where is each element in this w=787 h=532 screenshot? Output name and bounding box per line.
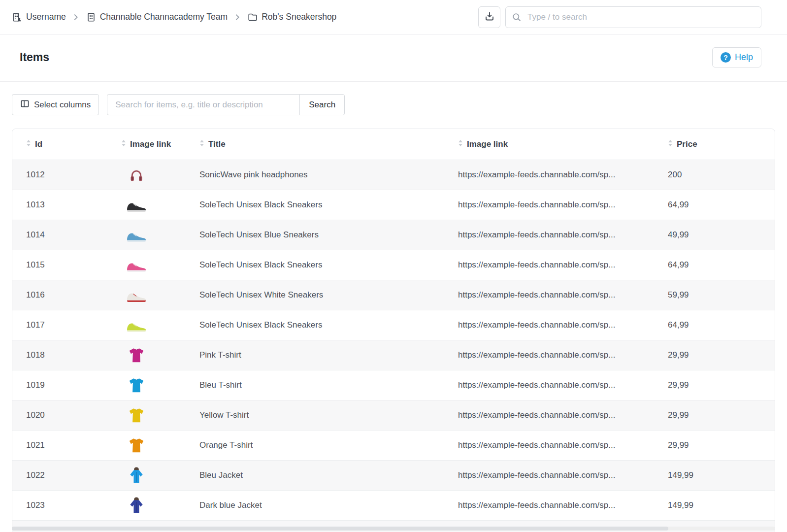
chevron-right-icon <box>71 13 80 22</box>
column-header-price[interactable]: Price <box>668 129 775 160</box>
table-row[interactable]: 1017 SoleTech Unisex Black Sneakers http… <box>12 310 775 340</box>
table-row[interactable]: 1012 SonicWave pink headphones https://e… <box>12 160 775 190</box>
cell-title: Pink T-shirt <box>199 350 241 360</box>
cell-id: 1022 <box>26 470 45 480</box>
sort-icon <box>199 139 204 149</box>
table-row[interactable]: 1018 Pink T-shirt https://example-feeds.… <box>12 340 775 370</box>
column-header-title[interactable]: Title <box>199 129 458 160</box>
table-row[interactable]: 1013 SoleTech Unisex Black Sneakers http… <box>12 190 775 220</box>
help-icon: ? <box>721 52 731 63</box>
cell-image-link: https://example-feeds.channable.com/sp..… <box>458 260 615 269</box>
help-label: Help <box>735 52 753 63</box>
cell-price: 149,99 <box>668 500 693 510</box>
product-image <box>125 374 148 397</box>
table-row[interactable]: 1021 Orange T-shirt https://example-feed… <box>12 430 775 460</box>
column-label: Image link <box>130 139 171 149</box>
product-image <box>125 464 148 487</box>
cell-price: 59,99 <box>668 290 689 299</box>
cell-image-link: https://example-feeds.channable.com/sp..… <box>458 230 615 239</box>
column-header-id[interactable]: Id <box>12 129 121 160</box>
product-image <box>125 494 148 517</box>
items-search-button[interactable]: Search <box>299 94 345 115</box>
page-title: Items <box>20 51 49 64</box>
cell-id: 1019 <box>26 380 45 390</box>
cell-title: Bleu T-shirt <box>199 380 242 390</box>
cell-title: SoleTech Unisex White Sneakers <box>199 290 323 299</box>
product-image <box>125 284 148 306</box>
column-header-image[interactable]: Image link <box>121 129 199 160</box>
cell-title: Orange T-shirt <box>199 440 253 450</box>
page-header: Items ? Help <box>0 34 787 82</box>
breadcrumb-item-username[interactable]: Username <box>12 12 66 23</box>
cell-price: 29,99 <box>668 380 689 390</box>
table-row[interactable]: 1020 Yellow T-shirt https://example-feed… <box>12 400 775 430</box>
cell-price: 64,99 <box>668 320 689 330</box>
cell-price: 200 <box>668 170 682 179</box>
product-image <box>125 344 148 366</box>
cell-title: SonicWave pink headphones <box>199 170 308 179</box>
cell-id: 1013 <box>26 200 45 209</box>
sort-icon <box>121 139 126 149</box>
search-icon <box>512 12 522 22</box>
table-row[interactable]: 1023 Dark blue Jacket https://example-fe… <box>12 490 775 520</box>
cell-title: Yellow T-shirt <box>199 410 249 420</box>
items-search: Search <box>107 94 345 115</box>
breadcrumb-item-project[interactable]: Rob's Sneakershop <box>247 12 336 23</box>
cell-title: SoleTech Unisex Black Sneakers <box>199 260 322 269</box>
column-label: Image link <box>467 139 508 149</box>
top-bar: Username Channable Channacademy Team <box>0 0 787 34</box>
select-columns-button[interactable]: Select columns <box>12 94 99 115</box>
cell-id: 1021 <box>26 440 45 450</box>
product-image <box>125 194 148 216</box>
sort-icon <box>668 139 673 149</box>
breadcrumb: Username Channable Channacademy Team <box>12 12 336 23</box>
help-button[interactable]: ? Help <box>712 47 761 67</box>
global-search-input[interactable] <box>505 6 761 28</box>
cell-id: 1016 <box>26 290 45 299</box>
download-button[interactable] <box>478 6 500 28</box>
product-image <box>125 224 148 246</box>
cell-image-link: https://example-feeds.channable.com/sp..… <box>458 410 615 420</box>
breadcrumb-item-team[interactable]: Channable Channacademy Team <box>86 12 228 23</box>
table-row[interactable]: 1016 SoleTech Unisex White Sneakers http… <box>12 280 775 310</box>
cell-image-link: https://example-feeds.channable.com/sp..… <box>458 200 615 209</box>
scrollbar-thumb[interactable] <box>12 527 668 531</box>
cell-price: 29,99 <box>668 350 689 360</box>
columns-icon <box>20 99 30 111</box>
items-toolbar: Select columns Search <box>12 94 775 115</box>
product-image <box>125 404 148 427</box>
sort-icon <box>26 139 31 149</box>
breadcrumb-label: Username <box>26 12 66 22</box>
folder-icon <box>247 12 258 23</box>
table-row[interactable]: 1022 Bleu Jacket https://example-feeds.c… <box>12 460 775 490</box>
cell-image-link: https://example-feeds.channable.com/sp..… <box>458 350 615 360</box>
horizontal-scrollbar[interactable] <box>12 527 775 531</box>
cell-price: 29,99 <box>668 440 689 450</box>
table-row[interactable]: 1019 Bleu T-shirt https://example-feeds.… <box>12 370 775 400</box>
items-table: Id Image link Title <box>12 129 775 532</box>
cell-price: 149,99 <box>668 470 693 480</box>
table-row[interactable]: 1014 SoleTech Unisex Blue Sneakers https… <box>12 220 775 250</box>
cell-id: 1015 <box>26 260 45 269</box>
column-label: Title <box>208 139 226 149</box>
cell-title: SoleTech Unisex Black Sneakers <box>199 200 322 209</box>
cell-title: Bleu Jacket <box>199 470 243 480</box>
product-image <box>125 434 148 457</box>
cell-image-link: https://example-feeds.channable.com/sp..… <box>458 170 615 179</box>
cell-id: 1020 <box>26 410 45 420</box>
cell-title: SoleTech Unisex Blue Sneakers <box>199 230 319 239</box>
chevron-right-icon <box>233 13 242 22</box>
table-row[interactable]: 1015 SoleTech Unisex Black Sneakers http… <box>12 250 775 280</box>
column-header-image-link[interactable]: Image link <box>458 129 668 160</box>
cell-image-link: https://example-feeds.channable.com/sp..… <box>458 500 615 510</box>
cell-id: 1023 <box>26 500 45 510</box>
product-image <box>125 254 148 276</box>
product-image <box>125 314 148 336</box>
download-icon <box>484 10 495 24</box>
cell-price: 64,99 <box>668 200 689 209</box>
cell-id: 1014 <box>26 230 45 239</box>
topbar-actions <box>478 6 761 28</box>
cell-image-link: https://example-feeds.channable.com/sp..… <box>458 470 615 480</box>
cell-image-link: https://example-feeds.channable.com/sp..… <box>458 320 615 330</box>
items-search-input[interactable] <box>107 94 300 115</box>
